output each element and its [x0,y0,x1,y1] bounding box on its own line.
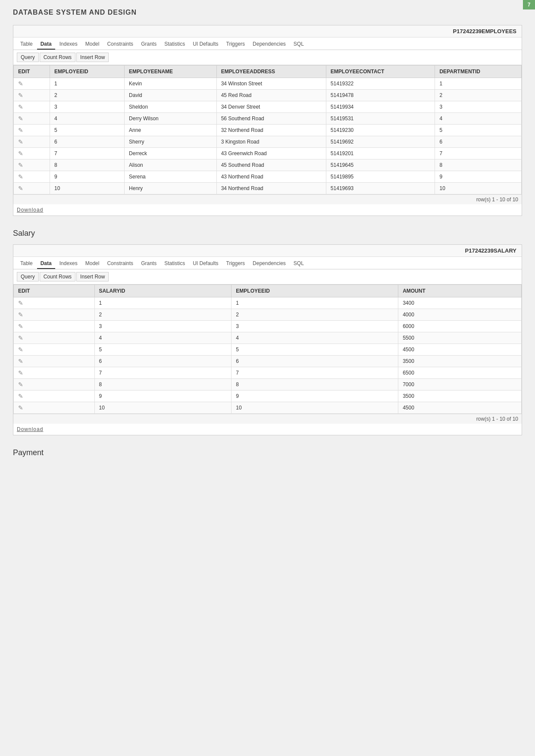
tab-employees-indexes[interactable]: Indexes [56,39,81,50]
tab-salary-triggers[interactable]: Triggers [223,259,249,269]
data-cell: 3 [50,101,124,113]
edit-cell[interactable]: ✎ [14,90,50,101]
data-cell: 5 [435,125,522,136]
edit-cell[interactable]: ✎ [14,379,95,390]
tab-employees-table[interactable]: Table [17,39,36,50]
edit-cell[interactable]: ✎ [14,390,95,402]
edit-cell[interactable]: ✎ [14,402,95,414]
data-cell: 10 [232,402,398,414]
table-row: ✎6Sherry3 Kingston Road514196926 [14,136,522,148]
col-employeecontact: EMPLOYEECONTACT [326,66,435,78]
tab-salary-sql[interactable]: SQL [290,259,307,269]
data-cell: Derry Wilson [125,113,217,125]
page-title: DATABASE SYSTEM AND DESIGN [13,9,522,16]
data-cell: 6000 [398,321,522,332]
edit-cell[interactable]: ✎ [14,297,95,309]
employees-insert-row-button[interactable]: Insert Row [76,53,109,62]
salary-count-rows-button[interactable]: Count Rows [40,272,75,281]
tab-employees-sql[interactable]: SQL [290,39,307,50]
edit-cell[interactable]: ✎ [14,171,50,183]
data-cell: 2 [94,309,232,321]
data-cell: 51419692 [326,136,435,148]
edit-cell[interactable]: ✎ [14,159,50,171]
edit-cell[interactable]: ✎ [14,101,50,113]
tab-employees-model[interactable]: Model [82,39,103,50]
data-cell: 1 [232,297,398,309]
tab-salary-dependencies[interactable]: Dependencies [249,259,289,269]
tab-employees-ui-defaults[interactable]: UI Defaults [189,39,222,50]
tab-salary-ui-defaults[interactable]: UI Defaults [189,259,222,269]
table-row: ✎7Derreck43 Greenwich Road514192017 [14,148,522,159]
data-cell: 9 [50,171,124,183]
data-cell: 2 [435,90,522,101]
edit-cell[interactable]: ✎ [14,332,95,344]
data-cell: 4500 [398,344,522,356]
data-cell: Sherry [125,136,217,148]
tab-salary-indexes[interactable]: Indexes [56,259,81,269]
data-cell: 51419201 [326,148,435,159]
data-cell: Anne [125,125,217,136]
data-cell: 43 Greenwich Road [216,148,326,159]
salary-download-link[interactable]: Download [17,426,43,432]
data-cell: 45 Southend Road [216,159,326,171]
employees-panel-header: P17242239EMPLOYEES [13,25,522,37]
employees-nav-tabs: Table Data Indexes Model Constraints Gra… [13,37,522,50]
data-cell: 1 [94,297,232,309]
data-cell: 45 Red Road [216,90,326,101]
edit-cell[interactable]: ✎ [14,321,95,332]
data-cell: 4 [232,332,398,344]
data-cell: Serena [125,171,217,183]
employees-count-rows-button[interactable]: Count Rows [40,53,75,62]
tab-employees-grants[interactable]: Grants [138,39,160,50]
salary-query-button[interactable]: Query [17,272,39,281]
tab-salary-data[interactable]: Data [37,259,55,269]
data-cell: David [125,90,217,101]
data-cell: 34 Denver Street [216,101,326,113]
tab-employees-constraints[interactable]: Constraints [103,39,137,50]
tab-employees-triggers[interactable]: Triggers [223,39,249,50]
employees-download-link[interactable]: Download [17,207,43,213]
edit-cell[interactable]: ✎ [14,367,95,379]
employees-query-button[interactable]: Query [17,53,39,62]
edit-cell[interactable]: ✎ [14,309,95,321]
tab-employees-data[interactable]: Data [37,39,55,50]
tab-employees-dependencies[interactable]: Dependencies [249,39,289,50]
data-cell: 8 [50,159,124,171]
tab-employees-statistics[interactable]: Statistics [161,39,188,50]
tab-salary-model[interactable]: Model [82,259,103,269]
salary-table: EDIT SALARYID EMPLOYEEID AMOUNT ✎113400✎… [13,284,522,414]
data-cell: 3500 [398,390,522,402]
data-cell: 3 [435,101,522,113]
col-salaryid: SALARYID [94,285,232,297]
table-row: ✎1Kevin34 Winston Street514193221 [14,78,522,90]
data-cell: 7 [94,367,232,379]
data-cell: 7000 [398,379,522,390]
table-row: ✎10104500 [14,402,522,414]
edit-cell[interactable]: ✎ [14,356,95,367]
employees-table: EDIT EMPLOYEEID EMPLOYEENAME EMPLOYEEADD… [13,65,522,194]
edit-cell[interactable]: ✎ [14,113,50,125]
data-cell: 6 [50,136,124,148]
data-cell: Henry [125,183,217,194]
edit-cell[interactable]: ✎ [14,344,95,356]
edit-cell[interactable]: ✎ [14,136,50,148]
tab-salary-constraints[interactable]: Constraints [103,259,137,269]
edit-cell[interactable]: ✎ [14,78,50,90]
edit-cell[interactable]: ✎ [14,183,50,194]
data-cell: 5 [94,344,232,356]
salary-toolbar: Query Count Rows Insert Row [13,269,522,284]
salary-insert-row-button[interactable]: Insert Row [76,272,109,281]
data-cell: 43 Northend Road [216,171,326,183]
tab-salary-table[interactable]: Table [17,259,36,269]
edit-cell[interactable]: ✎ [14,125,50,136]
edit-cell[interactable]: ✎ [14,148,50,159]
data-cell: 8 [94,379,232,390]
data-cell: 51419693 [326,183,435,194]
tab-salary-statistics[interactable]: Statistics [161,259,188,269]
table-row: ✎776500 [14,367,522,379]
tab-salary-grants[interactable]: Grants [138,259,160,269]
data-cell: 7 [435,148,522,159]
salary-panel-header: P17242239SALARY [13,245,522,257]
salary-panel: P17242239SALARY Table Data Indexes Model… [13,244,522,435]
data-cell: 5 [232,344,398,356]
